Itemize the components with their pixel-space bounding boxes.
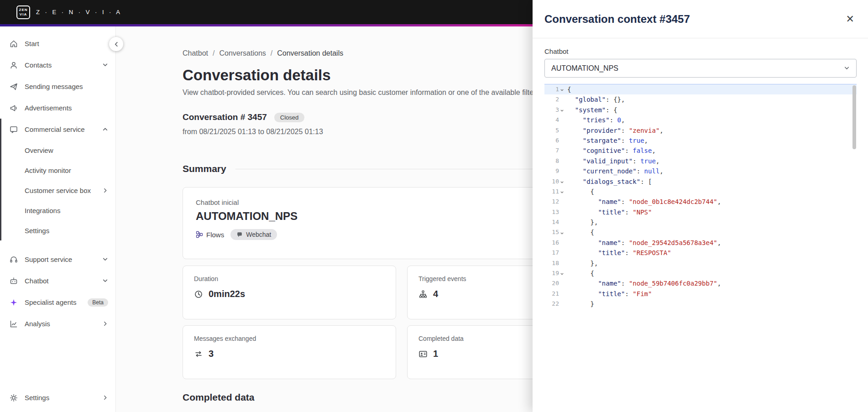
fold-chevron-icon[interactable] [559, 272, 565, 276]
sidebar-item-commercial-service[interactable]: Commercial service [1, 119, 115, 140]
logo-text-top: ZEN [19, 8, 28, 12]
code-line: 15 { [544, 227, 857, 237]
breadcrumb-link-conversations[interactable]: Conversations [220, 49, 266, 57]
flow-icon [196, 231, 203, 238]
code-text: "name": "node_29542d5a5678a3e4", [565, 238, 721, 248]
sidebar-subitem-label: Customer service box [25, 187, 91, 194]
sidebar-item-sending-messages[interactable]: Sending messages [0, 76, 115, 97]
sidebar-item-support-service[interactable]: Support service [0, 249, 115, 270]
fold-chevron-icon[interactable] [559, 88, 565, 92]
line-number: 14 [544, 217, 565, 227]
sparkle-icon [9, 298, 18, 307]
line-number-text: 1 [555, 84, 559, 94]
code-text: { [565, 187, 594, 197]
code-line: 17 "title": "RESPOSTA" [544, 248, 857, 258]
sidebar-item-label: Contacts [25, 61, 52, 69]
panel-header: Conversation context #3457 ✕ [533, 0, 868, 38]
breadcrumb-link-conversation-details: Conversation details [277, 49, 343, 57]
line-number: 7 [544, 146, 565, 156]
gear-icon [9, 393, 18, 402]
line-number-text: 7 [555, 146, 559, 156]
beta-badge: Beta [88, 298, 108, 307]
line-number: 19 [544, 268, 565, 278]
stat-number: 0min22s [209, 289, 245, 299]
fold-chevron-icon[interactable] [559, 180, 565, 184]
chevron-right-icon [102, 321, 108, 327]
code-line: 21 "title": "Fim" [544, 289, 857, 299]
sidebar-subitem-customer-service-box[interactable]: Customer service box [1, 180, 115, 200]
sidebar-item-chatbot[interactable]: Chatbot [0, 270, 115, 292]
code-editor[interactable]: 1{2 "global": {},3 "system": {4 "tries":… [544, 84, 857, 309]
sidebar-item-advertisements[interactable]: Advertisements [0, 97, 115, 119]
code-text: }, [565, 217, 598, 227]
sidebar-subitem-label: Activity monitor [25, 167, 71, 174]
code-text: { [565, 268, 594, 278]
stat-label: Duration [194, 275, 385, 282]
sidebar-item-specialist-agents[interactable]: Specialist agentsBeta [0, 292, 115, 313]
code-line: 10 "dialogs_stack": [ [544, 177, 857, 187]
sidebar-subitem-overview[interactable]: Overview [1, 140, 115, 160]
code-line: 22 } [544, 299, 857, 309]
line-number: 5 [544, 125, 565, 136]
line-number-text: 3 [555, 105, 559, 115]
fold-chevron-icon[interactable] [559, 231, 565, 235]
code-line: 7 "cognitive": false, [544, 146, 857, 156]
sidebar-item-start[interactable]: Start [0, 33, 115, 54]
chatbot-select-value: AUTOMATION_NPS [551, 64, 618, 73]
sidebar-nav: StartContactsSending messagesAdvertiseme… [0, 33, 115, 334]
sidebar-subitem-integrations[interactable]: Integrations [1, 200, 115, 220]
sidebar-item-label: Start [25, 40, 39, 47]
stat-number: 3 [209, 349, 214, 359]
stat-number: 1 [433, 349, 438, 359]
clock-icon [194, 290, 203, 299]
line-number-text: 22 [552, 299, 559, 309]
code-text: "cognitive": false, [565, 146, 656, 156]
conversation-number: Conversation # 3457 [183, 112, 267, 122]
chatbot-icon [9, 276, 18, 286]
code-line: 6 "stargate": true, [544, 136, 857, 146]
stat-value: 0min22s [194, 289, 385, 299]
sidebar-subitem-label: Settings [25, 227, 49, 235]
chatbot-select[interactable]: AUTOMATION_NPS [544, 59, 857, 78]
events-icon [418, 290, 428, 299]
line-number: 4 [544, 115, 565, 125]
sidebar: StartContactsSending messagesAdvertiseme… [0, 26, 116, 412]
line-number: 16 [544, 238, 565, 248]
code-line: 3 "system": { [544, 105, 857, 115]
code-text: "system": { [565, 105, 617, 115]
support-icon [9, 255, 18, 264]
home-icon [9, 39, 18, 48]
line-number-text: 19 [552, 268, 559, 278]
sidebar-item-settings[interactable]: Settings [0, 387, 115, 408]
sidebar-subitem-activity-monitor[interactable]: Activity monitor [1, 160, 115, 180]
code-line: 5 "provider": "zenvia", [544, 125, 857, 136]
commercial-icon [9, 125, 18, 134]
contacts-icon [9, 61, 18, 70]
line-number-text: 14 [552, 217, 559, 227]
line-number: 1 [544, 84, 565, 94]
sidebar-subitem-settings[interactable]: Settings [1, 220, 115, 240]
fold-chevron-icon[interactable] [559, 190, 565, 194]
panel-body: Chatbot AUTOMATION_NPS 1{2 "global": {},… [533, 38, 868, 309]
editor-scrollbar[interactable] [852, 85, 856, 149]
line-number: 11 [544, 187, 565, 197]
sidebar-item-analysis[interactable]: Analysis [0, 313, 115, 334]
sidebar-item-contacts[interactable]: Contacts [0, 54, 115, 76]
zenvia-logo: ZEN VIA Z · E · N · V · I · A [16, 5, 122, 19]
collapse-sidebar-button[interactable] [109, 37, 123, 51]
line-number: 21 [544, 289, 565, 299]
code-line: 19 { [544, 268, 857, 278]
chat-icon [236, 231, 243, 238]
stat-label: Messages exchanged [194, 335, 385, 342]
close-icon[interactable]: ✕ [846, 14, 854, 24]
line-number-text: 16 [552, 238, 559, 248]
chevron-down-icon [102, 278, 108, 284]
chip-webchat: Webchat [230, 229, 277, 240]
code-line: 16 "name": "node_29542d5a5678a3e4", [544, 238, 857, 248]
fold-chevron-icon[interactable] [559, 109, 565, 113]
breadcrumb-separator: / [213, 49, 214, 57]
sidebar-group-commercial-service: Commercial serviceOverviewActivity monit… [0, 119, 115, 240]
breadcrumb-link-chatbot[interactable]: Chatbot [183, 49, 208, 57]
code-text: "dialogs_stack": [ [565, 177, 652, 187]
line-number: 10 [544, 177, 565, 187]
